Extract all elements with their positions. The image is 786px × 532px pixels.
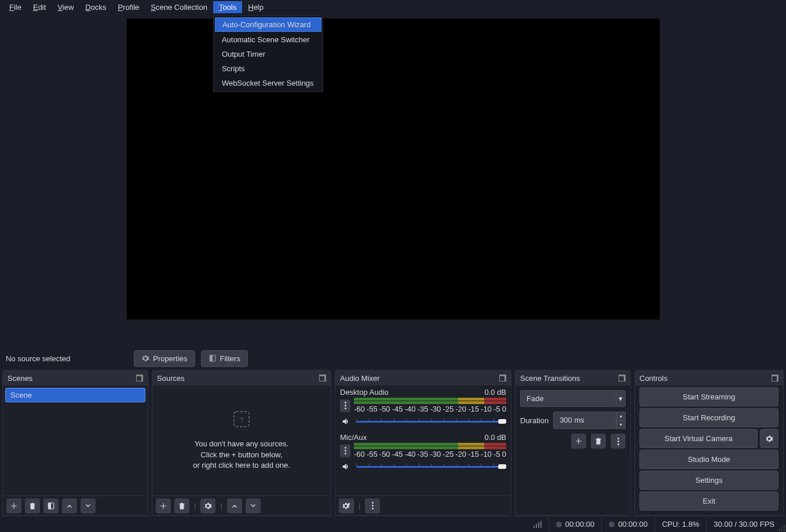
placeholder-icon: ?: [232, 410, 251, 428]
chevron-down-icon: [250, 502, 257, 509]
menu-item-automatic-scene-switcher[interactable]: Automatic Scene Switcher: [214, 32, 323, 47]
source-toolbar: No source selected Properties Filters: [0, 347, 786, 370]
filters-button[interactable]: Filters: [201, 350, 248, 367]
mute-button[interactable]: [340, 461, 352, 472]
popout-icon[interactable]: [319, 375, 326, 381]
menu-item-scripts[interactable]: Scripts: [214, 61, 323, 76]
menubar: FileEditViewDocksProfileScene Collection…: [0, 0, 786, 14]
popout-icon[interactable]: [499, 375, 506, 381]
filters-icon: [209, 354, 217, 362]
studio-mode-button[interactable]: Studio Mode: [639, 450, 778, 469]
scenes-footer: [3, 496, 148, 515]
mixer-menu-button[interactable]: [365, 498, 380, 513]
popout-icon[interactable]: [619, 375, 626, 381]
spin-down-button[interactable]: ▾: [616, 420, 626, 429]
transitions-title: Scene Transitions: [520, 374, 580, 383]
move-source-down-button[interactable]: [246, 498, 261, 513]
controls-header[interactable]: Controls: [635, 370, 783, 386]
scenes-header[interactable]: Scenes: [3, 370, 148, 386]
plus-icon: [575, 437, 583, 445]
mute-button[interactable]: [340, 416, 352, 427]
menu-tools[interactable]: ToolsAuto-Configuration WizardAutomatic …: [213, 1, 242, 13]
mixer-channel: Desktop Audio0.0 dB-60-55-50-45-40-35-30…: [335, 386, 511, 431]
transition-value: Fade: [527, 394, 544, 403]
transition-select[interactable]: Fade ▾: [520, 390, 626, 407]
scenes-title: Scenes: [8, 374, 32, 383]
gear-icon: [765, 435, 773, 443]
signal-icon: [533, 521, 542, 528]
move-scene-down-button[interactable]: [81, 498, 96, 513]
network-status: [527, 516, 549, 532]
remove-transition-button[interactable]: [591, 434, 606, 449]
sources-header[interactable]: Sources: [152, 370, 331, 386]
menu-view[interactable]: View: [52, 1, 79, 13]
menu-item-auto-configuration-wizard[interactable]: Auto-Configuration Wizard: [215, 17, 321, 32]
start-recording-button[interactable]: Start Recording: [639, 408, 778, 427]
menu-docks[interactable]: Docks: [79, 1, 112, 13]
move-scene-up-button[interactable]: [62, 498, 77, 513]
status-bar: 00:00:00 00:00:00 CPU: 1.8% 30.00 / 30.0…: [0, 516, 786, 532]
menu-file[interactable]: File: [3, 1, 27, 13]
mixer-header[interactable]: Audio Mixer: [335, 370, 511, 386]
sources-body[interactable]: ? You don't have any sources. Click the …: [152, 386, 331, 496]
channel-options-button[interactable]: [340, 399, 350, 412]
dock-panels: Scenes Scene Sources ? You don't have an…: [0, 370, 786, 516]
menu-item-output-timer[interactable]: Output Timer: [214, 47, 323, 61]
mixer-settings-button[interactable]: [339, 498, 354, 513]
chevron-down-icon[interactable]: ▾: [616, 390, 626, 407]
remove-scene-button[interactable]: [25, 498, 40, 513]
volume-slider[interactable]: [356, 416, 506, 427]
transition-properties-button[interactable]: [610, 434, 626, 449]
spin-up-button[interactable]: ▴: [616, 412, 626, 420]
duration-label: Duration: [520, 416, 549, 425]
live-time: 00:00:00: [565, 520, 595, 529]
add-scene-button[interactable]: [6, 498, 21, 513]
menu-scene Collection[interactable]: Scene Collection: [145, 1, 213, 13]
scenes-body[interactable]: Scene: [3, 386, 148, 496]
properties-label: Properties: [153, 354, 187, 363]
live-status: 00:00:00: [549, 516, 602, 532]
mixer-footer: |: [335, 496, 511, 515]
resize-grip[interactable]: [779, 525, 785, 531]
audio-meter: -60-55-50-45-40-35-30-25-20-15-10-50: [354, 398, 506, 413]
start-streaming-button[interactable]: Start Streaming: [639, 387, 778, 406]
channel-options-button[interactable]: [340, 445, 350, 457]
gear-crossed-icon: [342, 502, 351, 510]
duration-value[interactable]: 300 ms: [553, 412, 616, 429]
volume-slider[interactable]: [356, 461, 506, 472]
plus-icon: [159, 502, 167, 510]
source-properties-button[interactable]: [200, 498, 215, 513]
properties-button[interactable]: Properties: [134, 350, 195, 367]
popout-icon[interactable]: [772, 375, 778, 381]
move-source-up-button[interactable]: [227, 498, 242, 513]
menu-item-websocket-server-settings[interactable]: WebSocket Server Settings: [214, 76, 323, 90]
chevron-up-icon: [231, 502, 238, 509]
duration-spinbox[interactable]: 300 ms ▴ ▾: [553, 412, 626, 429]
transitions-header[interactable]: Scene Transitions: [516, 370, 630, 386]
cpu-status: CPU: 1.8%: [655, 516, 706, 532]
trash-icon: [178, 502, 186, 510]
add-transition-button[interactable]: [571, 434, 586, 449]
scene-item[interactable]: Scene: [5, 388, 145, 402]
menu-edit[interactable]: Edit: [27, 1, 52, 13]
menu-help[interactable]: Help: [242, 1, 269, 13]
remove-source-button[interactable]: [174, 498, 189, 513]
sources-title: Sources: [157, 374, 185, 383]
exit-button[interactable]: Exit: [639, 491, 778, 511]
popout-icon[interactable]: [136, 375, 143, 381]
trash-icon: [594, 437, 602, 445]
sources-empty-text: You don't have any sources. Click the + …: [193, 439, 290, 472]
virtual-camera-settings-button[interactable]: [760, 429, 778, 448]
start-virtual-camera-button[interactable]: Start Virtual Camera: [639, 429, 758, 448]
separator: |: [219, 501, 223, 510]
speaker-icon: [341, 417, 350, 426]
dots-vertical-icon: [345, 447, 346, 454]
settings-button[interactable]: Settings: [639, 471, 778, 490]
transitions-body: Fade ▾ Duration 300 ms ▴ ▾: [516, 386, 630, 515]
chevron-up-icon: [66, 502, 73, 509]
dots-vertical-icon: [345, 402, 346, 409]
add-source-button[interactable]: [156, 498, 171, 513]
scene-filters-button[interactable]: [43, 498, 59, 513]
preview-canvas[interactable]: [127, 19, 660, 320]
menu-profile[interactable]: Profile: [112, 1, 145, 13]
